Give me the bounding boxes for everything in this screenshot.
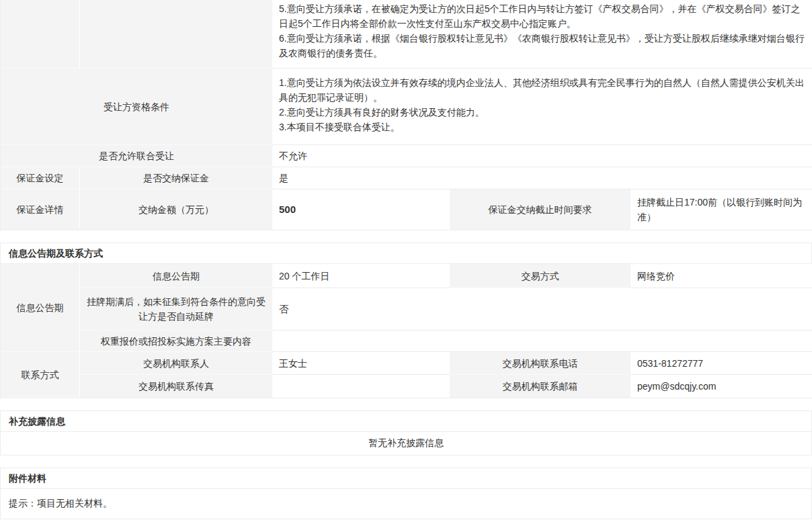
commitments-content-cell: 5.意向受让方须承诺，在被确定为受让方的次日起5个工作日内与转让方签订《产权交易… (272, 0, 812, 69)
table-row: 信息公告期 信息公告期 20 个工作日 交易方式 网络竞价 (1, 264, 812, 288)
table-row: 保证金详情 交纳金额（万元） 500 保证金交纳截止时间要求 挂牌截止日17:0… (1, 189, 812, 230)
deposit-detail-group-cell: 保证金详情 (1, 189, 80, 230)
auto-extension-label-cell: 挂牌期满后，如未征集到符合条件的意向受让方是否自动延牌 (80, 288, 272, 331)
joint-transfer-label-cell: 是否允许联合受让 (1, 145, 272, 167)
attachment-table: 提示：项目无相关材料。 (1, 489, 811, 519)
announcement-contact-table: 信息公告期 信息公告期 20 个工作日 交易方式 网络竞价 挂牌期满后，如未征集… (1, 264, 812, 398)
announcement-period-value-cell: 20 个工作日 (272, 264, 450, 288)
announcement-period-label-cell: 信息公告期 (80, 264, 272, 288)
commitments-group-cell (1, 0, 80, 69)
deposit-required-label-cell: 是否交纳保证金 (80, 167, 272, 189)
deposit-amount-label-cell: 交纳金额（万元） (80, 189, 272, 230)
table-row: 交易机构联系传真 交易机构联系邮箱 peym@sdcqjy.com (1, 375, 812, 398)
auto-extension-value-cell: 否 (272, 288, 812, 331)
deposit-set-group-cell: 保证金设定 (1, 167, 80, 189)
qualification-label-cell: 受让方资格条件 (1, 69, 272, 145)
deposit-required-value-cell: 是 (272, 167, 812, 189)
deposit-deadline-label-cell: 保证金交纳截止时间要求 (450, 189, 631, 230)
listing-detail-page: 5.意向受让方须承诺，在被确定为受让方的次日起5个工作日内与转让方签订《产权交易… (0, 0, 812, 519)
section-title-supplement: 补充披露信息 (1, 411, 811, 432)
deposit-amount-value-cell: 500 (272, 189, 450, 230)
table-row: 联系方式 交易机构联系人 王女士 交易机构联系电话 0531-81272777 (1, 352, 812, 375)
bidding-plan-value-cell (272, 331, 812, 352)
contact-person-label-cell: 交易机构联系人 (80, 352, 272, 375)
contact-email-value-cell: peym@sdcqjy.com (631, 375, 812, 398)
contact-group-cell: 联系方式 (1, 352, 80, 398)
table-row: 挂牌期满后，如未征集到符合条件的意向受让方是否自动延牌 否 (1, 288, 812, 331)
announcement-contact-section: 信息公告期及联系方式 信息公告期 信息公告期 20 个工作日 交易方式 网络竞价… (0, 243, 812, 398)
qualification-content-cell: 1.意向受让方须为依法设立并有效存续的境内企业法人、其他经济组织或具有完全民事行… (272, 69, 812, 145)
attachment-section: 附件材料 提示：项目无相关材料。 (0, 468, 812, 519)
supplement-empty-cell: 暂无补充披露信息 (1, 432, 811, 455)
table-row: 5.意向受让方须承诺，在被确定为受让方的次日起5个工作日内与转让方签订《产权交易… (1, 0, 812, 69)
contact-person-value-cell: 王女士 (272, 352, 450, 375)
table-row: 提示：项目无相关材料。 (1, 489, 811, 519)
table-row: 受让方资格条件 1.意向受让方须为依法设立并有效存续的境内企业法人、其他经济组织… (1, 69, 812, 145)
bidding-plan-label-cell: 权重报价或招投标实施方案主要内容 (80, 331, 272, 352)
joint-transfer-value-cell: 不允许 (272, 145, 812, 167)
table-row: 保证金设定 是否交纳保证金 是 (1, 167, 812, 189)
announcement-group-cell: 信息公告期 (1, 264, 80, 352)
contact-phone-label-cell: 交易机构联系电话 (450, 352, 631, 375)
trade-method-label-cell: 交易方式 (450, 264, 631, 288)
attachment-note-cell: 提示：项目无相关材料。 (1, 489, 811, 519)
contact-fax-value-cell (272, 375, 450, 398)
supplement-table: 暂无补充披露信息 (1, 432, 811, 455)
contact-fax-label-cell: 交易机构联系传真 (80, 375, 272, 398)
contact-phone-value-cell: 0531-81272777 (631, 352, 812, 375)
table-row: 暂无补充披露信息 (1, 432, 811, 455)
contact-email-label-cell: 交易机构联系邮箱 (450, 375, 631, 398)
section-title-announcement: 信息公告期及联系方式 (1, 243, 811, 264)
table-row: 权重报价或招投标实施方案主要内容 (1, 331, 812, 352)
trade-method-value-cell: 网络竞价 (631, 264, 812, 288)
transfer-conditions-table: 5.意向受让方须承诺，在被确定为受让方的次日起5个工作日内与转让方签订《产权交易… (1, 0, 812, 230)
commitments-label-cell (80, 0, 272, 69)
table-row: 是否允许联合受让 不允许 (1, 145, 812, 167)
deposit-deadline-value-cell: 挂牌截止日17:00前（以银行到账时间为准） (631, 189, 812, 230)
supplement-section: 补充披露信息 暂无补充披露信息 (0, 410, 812, 455)
section-title-attachment: 附件材料 (1, 468, 811, 489)
transfer-conditions-section: 5.意向受让方须承诺，在被确定为受让方的次日起5个工作日内与转让方签订《产权交易… (0, 0, 812, 230)
